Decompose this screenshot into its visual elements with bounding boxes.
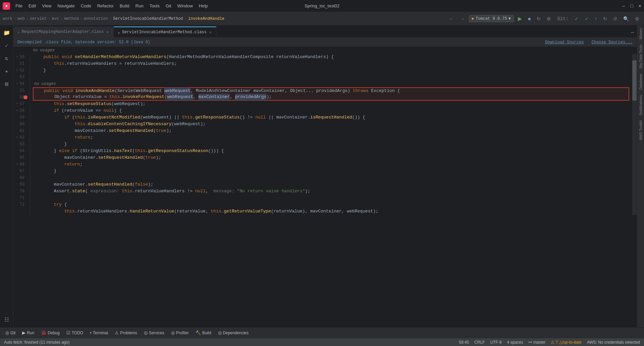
gear-button[interactable]: ⚙ [633,15,641,23]
menu-refactor[interactable]: Refactor [95,2,116,9]
sidebar-commit-icon[interactable]: ✓ [1,40,13,52]
breadcrumb-class[interactable]: ServletInvocableHandlerMethod [113,16,183,21]
build-button[interactable]: ■ [526,15,533,23]
menu-help[interactable]: Help [196,2,211,9]
profiler-icon: ◎ [171,330,175,335]
breadcrumb-method[interactable]: method [64,16,78,21]
status-right: 58:45 CRLF UTF-8 4 spaces ⚯ master ⚠ 7 △… [459,340,640,345]
right-panel-bigdata[interactable]: Big Data Tools [638,42,643,71]
bottom-dependencies[interactable]: ◎ Dependencies [215,329,252,337]
line-num-61: 61 [16,128,27,134]
debug-icon: 🐞 [41,330,46,335]
menu-tools[interactable]: Tools [147,2,162,9]
scroll-thumb[interactable] [632,60,637,101]
dependencies-icon: ◎ [218,330,222,335]
menu-git[interactable]: Git [163,2,174,9]
line-num-71: 71 [16,195,27,201]
refresh-button[interactable]: ↻ [535,15,543,23]
bottom-git[interactable]: ◎ Git [3,329,18,337]
line-num-58: ▾58 [16,107,27,114]
scroll-gutter[interactable] [632,54,637,215]
code-line-53 [33,74,629,81]
menu-run[interactable]: Run [133,2,146,9]
sidebar-bookmark-icon[interactable]: ★ [1,65,13,77]
run-icon: ▶ [22,330,25,335]
line-num-55: 55 [16,87,27,94]
menu-view[interactable]: View [39,2,54,9]
breadcrumb-web[interactable]: web [17,16,25,21]
status-branch[interactable]: ⚯ master [529,340,546,345]
sidebar-structure-icon[interactable]: ☷ [1,314,13,326]
run-button[interactable]: ▶ [516,14,524,23]
line-num-53: 53 [16,74,27,81]
breadcrumb-annotation[interactable]: annotation [84,16,108,21]
code-line-66: } [33,168,629,175]
git-check[interactable]: ✓ [573,15,581,23]
maximize-icon[interactable]: □ [630,3,633,9]
tab-1-close[interactable]: ✕ [209,30,212,35]
menu-code[interactable]: Code [78,2,94,9]
menu-build[interactable]: Build [117,2,132,9]
tab-0-close[interactable]: ✕ [106,30,109,35]
profiler-label: Profiler [176,331,189,335]
undo-button[interactable]: ↻ [601,15,609,23]
bottom-debug[interactable]: 🐞 Debug [38,329,62,337]
bottom-problems[interactable]: ⚠ Problems [112,329,140,337]
main-layout: 📁 ✓ ⇅ ★ ▤ ☷ ☕ RequestMappingHandlerAdapt… [0,26,644,327]
git-label: Git [10,331,15,335]
tab-0-icon: ☕ [17,30,20,34]
git-push[interactable]: ↑ [593,15,599,23]
right-panel-notifications[interactable]: Notifications [638,92,643,118]
code-lines: public void setHandlerMethodReturnValueH… [30,54,632,215]
tab-0[interactable]: ☕ RequestMappingHandlerAdapter.class ✕ [13,27,114,37]
bottom-profiler[interactable]: ◎ Profiler [168,329,192,337]
breadcrumb-method-name[interactable]: invokeAndHandle [188,16,224,21]
minimize-icon[interactable]: — [622,3,625,9]
bottom-build[interactable]: 🔨 Build [193,329,214,337]
menu-navigate[interactable]: Navigate [55,2,77,9]
choose-sources-link[interactable]: Choose Sources... [592,40,633,45]
menu-edit[interactable]: Edit [26,2,39,9]
bottom-todo[interactable]: ☑ TODO [64,329,86,337]
line-num-66: ▾66 [16,161,27,168]
git-check2[interactable]: ✓ [583,15,591,23]
search-button[interactable]: 🔍 [621,15,631,23]
code-line-72: this.returnValueHandlers.handleReturnVal… [33,208,629,215]
breadcrumb-mvc[interactable]: mvc [52,16,59,21]
bottom-run[interactable]: ▶ Run [19,329,37,337]
tomcat-selector[interactable]: ▶ Tomcat 9.0.75 ▼ [469,15,514,22]
decompile-info: Decompiled .class file, bytecode version… [17,40,150,45]
forward-button[interactable]: → [458,15,467,23]
tab-more-button[interactable]: ⋯ [628,28,637,37]
bottom-services[interactable]: ◎ Services [141,329,167,337]
app-logo: ◆ [3,2,10,10]
problems-label: Problems [120,331,137,335]
bottom-terminal[interactable]: ▪ Terminal [87,329,111,337]
status-line-ending[interactable]: CRLF [474,340,485,345]
download-sources-link[interactable]: Download Sources [545,40,584,45]
code-editor[interactable]: no usages ▾50 51 ▾52 53 ▾54 55 [13,47,637,327]
sidebar-pullreq-icon[interactable]: ⇅ [1,52,13,64]
status-indent[interactable]: 4 spaces [507,340,523,345]
code-line-50: public void setHandlerMethodReturnValueH… [33,54,629,60]
right-panel-aws[interactable]: AWS Toolkit [638,118,643,143]
sidebar-aws-icon[interactable]: ▤ [1,78,13,90]
menu-file[interactable]: File [13,2,25,9]
settings-button[interactable]: ⚙ [545,15,553,23]
source-actions: Download Sources Choose Sources... [545,40,633,45]
right-panel-database[interactable]: Database [638,71,643,92]
run-label: Run [27,331,34,335]
breadcrumb-work[interactable]: work [3,16,12,21]
tab-1[interactable]: ☕ ServletInvocableHandlerMethod.class ✕ [114,27,216,37]
breadcrumb-servlet[interactable]: servlet [30,16,47,21]
title-bar: ◆ File Edit View Navigate Code Refactor … [0,0,644,12]
back-button[interactable]: ← [447,15,456,23]
close-icon[interactable]: ✕ [639,3,641,9]
redo-button[interactable]: ↺ [611,15,619,23]
status-aws: AWS: No credentials selected [587,340,640,345]
status-encoding[interactable]: UTF-8 [490,340,502,345]
menu-window[interactable]: Window [175,2,196,9]
right-panel-maven[interactable]: Maven [638,26,643,42]
editor-area: ☕ RequestMappingHandlerAdapter.class ✕ ☕… [13,26,637,327]
sidebar-project-icon[interactable]: 📁 [1,27,13,39]
